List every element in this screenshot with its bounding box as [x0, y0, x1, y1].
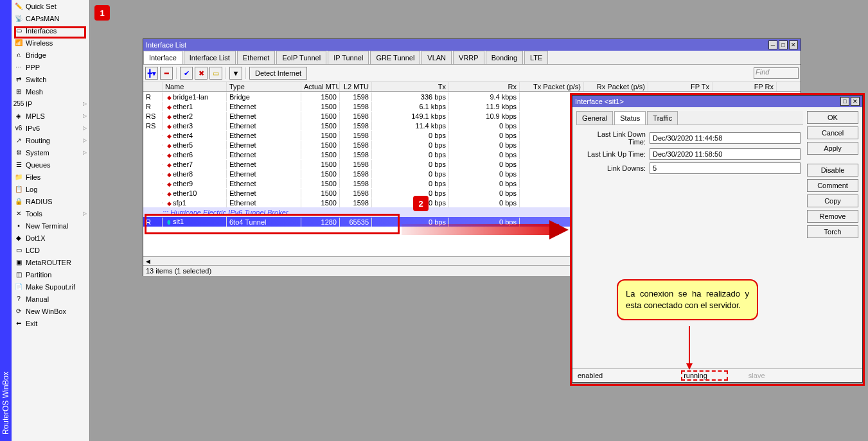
remove-button[interactable]: ━ [160, 67, 173, 80]
sidebar-item-label: Log [26, 186, 37, 193]
sidebar-item-label: Tools [26, 210, 42, 218]
sidebar-icon: ⎌ [14, 51, 23, 60]
enable-button[interactable]: ✔ [180, 67, 193, 80]
interface-icon: ◆ [165, 152, 173, 159]
sidebar-item-new-terminal[interactable]: ▪New Terminal [12, 220, 89, 232]
tab-bonding[interactable]: Bonding [486, 51, 523, 64]
sidebar-icon: 📡 [14, 14, 23, 23]
annotation-box-1 [14, 26, 86, 39]
annotation-badge-1: 1 [94, 5, 110, 21]
annotation-box-2 [145, 214, 400, 234]
tab-vrrp[interactable]: VRRP [453, 51, 484, 64]
sidebar-item-switch[interactable]: ⇄Switch [12, 73, 89, 85]
tabs: InterfaceInterface ListEthernetEoIP Tunn… [143, 51, 801, 65]
sidebar-item-log[interactable]: 📋Log [12, 183, 89, 195]
sidebar-icon: ⚙ [14, 148, 23, 157]
add-button[interactable]: ╋▾ [145, 67, 158, 80]
interface-icon: ◆ [165, 133, 173, 139]
sidebar-item-label: IP [26, 100, 32, 108]
sidebar-icon: ⊞ [14, 87, 23, 96]
interface-icon: ◆ [165, 200, 173, 207]
disable-button[interactable]: ✖ [195, 67, 208, 80]
toolbar: ╋▾ ━ ✔ ✖ ▭ ▼ Detect Internet Find [143, 65, 801, 82]
tab-gre-tunnel[interactable]: GRE Tunnel [370, 51, 420, 64]
titlebar[interactable]: Interface List ─ □ ✕ [143, 39, 801, 51]
sidebar-item-label: Make Supout.rif [26, 283, 75, 291]
sidebar-item-label: Dot1X [26, 234, 46, 242]
submenu-arrow-icon: ▷ [83, 113, 87, 119]
sidebar-item-label: MetaROUTER [26, 259, 71, 266]
submenu-arrow-icon: ▷ [83, 137, 87, 143]
sidebar-icon: ◆ [14, 234, 23, 243]
sidebar-icon: ↗ [14, 136, 23, 145]
sidebar-item-label: Switch [26, 76, 46, 83]
sidebar-icon: ? [14, 295, 23, 304]
sidebar-icon: v6 [14, 124, 23, 133]
tab-eoip-tunnel[interactable]: EoIP Tunnel [276, 51, 326, 64]
sidebar-item-bridge[interactable]: ⎌Bridge [12, 49, 89, 61]
sidebar-icon: ▪ [14, 221, 23, 230]
sidebar-icon: ◫ [14, 270, 23, 279]
sidebar-item-ipv6[interactable]: v6IPv6▷ [12, 122, 89, 134]
sidebar-item-mpls[interactable]: ◈MPLS▷ [12, 110, 89, 122]
find-input[interactable]: Find [754, 67, 799, 79]
sidebar-item-label: Manual [26, 295, 49, 303]
sidebar-item-queues[interactable]: ☰Queues [12, 159, 89, 171]
sidebar-icon: ☰ [14, 160, 23, 169]
sidebar-item-label: Mesh [26, 88, 43, 96]
maximize-icon[interactable]: □ [779, 40, 788, 49]
sidebar-item-label: Files [26, 173, 40, 181]
sidebar-icon: 📋 [14, 185, 23, 194]
tab-interface[interactable]: Interface [143, 51, 182, 64]
interface-icon: ◆ [165, 162, 173, 168]
sidebar-item-label: System [26, 149, 49, 157]
sidebar-item-mesh[interactable]: ⊞Mesh [12, 85, 89, 98]
sidebar-item-make-supout.rif[interactable]: 📄Make Supout.rif [12, 281, 89, 293]
sidebar-item-lcd[interactable]: ▭LCD [12, 244, 89, 256]
sidebar-item-exit[interactable]: ⬅Exit [12, 317, 89, 329]
tab-interface-list[interactable]: Interface List [184, 51, 236, 64]
tab-lte[interactable]: LTE [524, 51, 548, 64]
sidebar-item-routing[interactable]: ↗Routing▷ [12, 134, 89, 146]
sidebar-icon: 📶 [14, 39, 23, 48]
annotation-box-3 [570, 93, 865, 386]
sidebar-item-tools[interactable]: ✕Tools▷ [12, 207, 89, 220]
sidebar-item-system[interactable]: ⚙System▷ [12, 146, 89, 159]
sidebar-item-label: RADIUS [26, 198, 53, 205]
sidebar-item-dot1x[interactable]: ◆Dot1X [12, 232, 89, 244]
sidebar-item-manual[interactable]: ?Manual [12, 293, 89, 305]
comment-button[interactable]: ▭ [209, 67, 222, 80]
window-title: Interface List [146, 41, 767, 49]
tab-vlan[interactable]: VLAN [421, 51, 452, 64]
submenu-arrow-icon: ▷ [83, 150, 87, 155]
interface-icon: ◆ [165, 191, 173, 197]
sidebar-item-ip[interactable]: 255IP▷ [12, 98, 89, 110]
close-icon[interactable]: ✕ [789, 40, 798, 49]
sidebar-icon: ⟳ [14, 307, 23, 316]
filter-button[interactable]: ▼ [229, 67, 242, 80]
interface-icon: ◆ [165, 171, 173, 178]
sidebar-item-label: Exit [26, 320, 37, 327]
sidebar-item-ppp[interactable]: ⋯PPP [12, 61, 89, 73]
annotation-arrow [402, 224, 559, 235]
sidebar-icon: ▣ [14, 258, 23, 267]
sidebar-icon: ✏️ [14, 2, 23, 11]
tab-ip-tunnel[interactable]: IP Tunnel [328, 51, 369, 64]
sidebar-item-label: MPLS [26, 112, 45, 120]
sidebar: ✏️Quick Set📡CAPsMAN▭Interfaces📶Wireless⎌… [12, 0, 90, 441]
table-header: Name Type Actual MTU L2 MTU Tx Rx Tx Pac… [143, 82, 801, 92]
interface-icon: ◆ [165, 94, 173, 101]
sidebar-item-capsman[interactable]: 📡CAPsMAN [12, 12, 89, 24]
tab-ethernet[interactable]: Ethernet [237, 51, 276, 64]
sidebar-item-label: New Terminal [26, 222, 68, 230]
detect-internet-button[interactable]: Detect Internet [249, 67, 307, 80]
sidebar-icon: ✕ [14, 209, 23, 218]
sidebar-item-metarouter[interactable]: ▣MetaROUTER [12, 256, 89, 268]
sidebar-item-partition[interactable]: ◫Partition [12, 268, 89, 281]
sidebar-item-new-winbox[interactable]: ⟳New WinBox [12, 305, 89, 317]
sidebar-item-files[interactable]: 📁Files [12, 171, 89, 183]
sidebar-item-radius[interactable]: 🔒RADIUS [12, 195, 89, 207]
sidebar-icon: ⋯ [14, 63, 23, 72]
minimize-icon[interactable]: ─ [768, 40, 777, 49]
sidebar-item-quick-set[interactable]: ✏️Quick Set [12, 0, 89, 12]
